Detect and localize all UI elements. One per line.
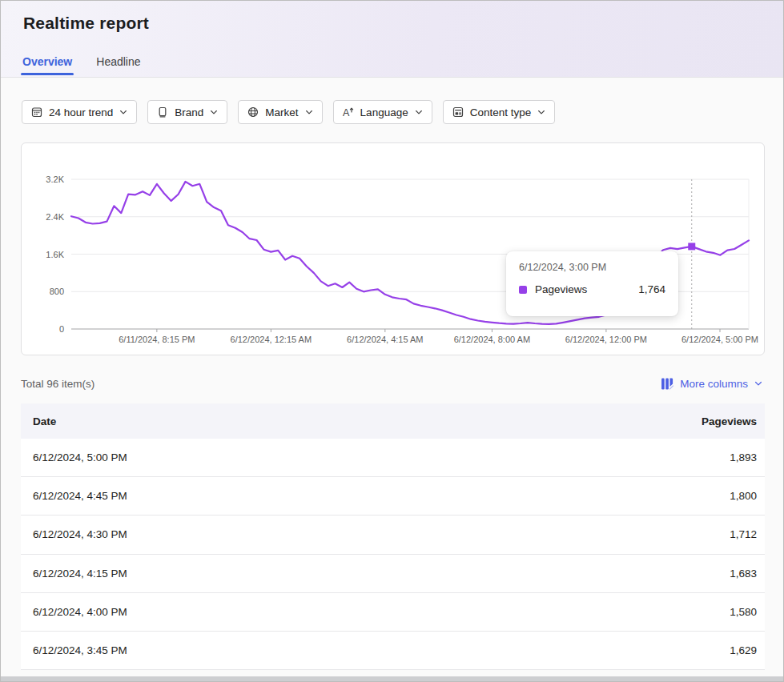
more-columns-button[interactable]: More columns: [661, 377, 763, 391]
tab-overview[interactable]: Overview: [21, 50, 74, 77]
svg-text:6/11/2024, 8:15 PM: 6/11/2024, 8:15 PM: [119, 335, 195, 344]
more-columns-label: More columns: [680, 378, 748, 390]
filter-label: Market: [265, 106, 298, 118]
chart-tooltip: 6/12/2024, 3:00 PM Pageviews 1,764: [506, 251, 678, 316]
tooltip-series-label: Pageviews: [535, 283, 587, 295]
cell-date: 6/12/2024, 3:45 PM: [21, 644, 127, 656]
filter-24-hour-trend[interactable]: 24 hour trend: [22, 100, 137, 124]
tooltip-value: 1,764: [638, 283, 665, 295]
svg-text:A: A: [343, 107, 350, 118]
active-tab-underline: [21, 73, 74, 75]
columns-edit-icon: [661, 377, 674, 391]
chevron-down-icon: [209, 107, 219, 117]
column-header-date: Date: [21, 415, 56, 427]
cell-pageviews: 1,712: [730, 528, 765, 540]
data-table: Date Pageviews 6/12/2024, 5:00 PM 1,893 …: [21, 403, 765, 670]
cell-pageviews: 1,580: [730, 606, 765, 618]
cell-date: 6/12/2024, 4:45 PM: [21, 490, 127, 502]
svg-text:0: 0: [59, 324, 64, 334]
table-row: 6/12/2024, 4:30 PM 1,712: [21, 516, 765, 554]
content-type-icon: [452, 106, 464, 118]
filter-bar: 24 hour trend Brand Market: [22, 100, 783, 124]
total-count: Total 96 item(s): [21, 378, 94, 390]
table-row: 6/12/2024, 4:45 PM 1,800: [21, 477, 765, 516]
chevron-down-icon: [754, 379, 763, 388]
cell-pageviews: 1,629: [730, 644, 765, 656]
tooltip-timestamp: 6/12/2024, 3:00 PM: [519, 262, 665, 273]
table-row: 6/12/2024, 4:15 PM 1,683: [21, 555, 765, 593]
chevron-down-icon: [119, 107, 128, 117]
tab-bar: Overview Headline: [21, 50, 143, 77]
chevron-down-icon: [414, 107, 424, 117]
table-header-row: Date Pageviews: [21, 403, 765, 439]
pageviews-trend-chart[interactable]: 08001.6K2.4K3.2K6/11/2024, 8:15 PM6/12/2…: [22, 143, 764, 355]
svg-text:2.4K: 2.4K: [46, 212, 64, 222]
table-row: 6/12/2024, 5:00 PM 1,893: [21, 439, 765, 477]
trend-chart-svg: 08001.6K2.4K3.2K6/11/2024, 8:15 PM6/12/2…: [22, 143, 764, 353]
table-meta-bar: Total 96 item(s) More columns: [21, 375, 763, 392]
chevron-down-icon: [304, 107, 314, 117]
app-window: Realtime report Overview Headline 24 hou…: [0, 0, 784, 682]
svg-text:800: 800: [50, 287, 64, 296]
cell-date: 6/12/2024, 4:15 PM: [21, 568, 127, 580]
filter-label: Content type: [470, 106, 532, 118]
translate-icon: A: [342, 106, 355, 118]
filter-label: Brand: [175, 106, 203, 118]
column-header-pageviews: Pageviews: [702, 415, 765, 427]
filter-market[interactable]: Market: [238, 100, 322, 124]
svg-text:6/12/2024, 12:00 PM: 6/12/2024, 12:00 PM: [565, 335, 647, 344]
filter-label: Language: [360, 106, 408, 118]
svg-text:6/12/2024, 12:15 AM: 6/12/2024, 12:15 AM: [231, 335, 312, 344]
tab-headline-label: Headline: [96, 55, 140, 68]
tab-headline[interactable]: Headline: [94, 50, 142, 77]
filter-content-type[interactable]: Content type: [443, 100, 556, 124]
filter-language[interactable]: A Language: [333, 100, 432, 124]
table-row: 6/12/2024, 3:45 PM 1,629: [21, 632, 765, 670]
cell-date: 6/12/2024, 4:00 PM: [21, 606, 127, 618]
device-icon: [156, 106, 169, 118]
tab-overview-label: Overview: [22, 55, 72, 68]
svg-text:1.6K: 1.6K: [46, 250, 64, 259]
filter-label: 24 hour trend: [49, 106, 113, 118]
table-row: 6/12/2024, 4:00 PM 1,580: [21, 593, 765, 632]
chevron-down-icon: [537, 107, 546, 117]
cell-date: 6/12/2024, 4:30 PM: [21, 528, 127, 540]
cell-pageviews: 1,800: [730, 490, 765, 502]
svg-text:3.2K: 3.2K: [46, 175, 64, 184]
page-header: Realtime report Overview Headline: [1, 1, 783, 78]
window-bottom-edge: [1, 676, 783, 681]
cell-date: 6/12/2024, 5:00 PM: [21, 451, 127, 463]
calendar-icon: [30, 106, 43, 118]
series-swatch: [519, 286, 527, 294]
filter-brand[interactable]: Brand: [147, 100, 227, 124]
cell-pageviews: 1,893: [730, 451, 765, 463]
svg-text:6/12/2024, 8:00 AM: 6/12/2024, 8:00 AM: [454, 335, 530, 344]
svg-text:6/12/2024, 5:00 PM: 6/12/2024, 5:00 PM: [681, 335, 758, 344]
cell-pageviews: 1,683: [730, 568, 765, 580]
chart-card: 08001.6K2.4K3.2K6/11/2024, 8:15 PM6/12/2…: [21, 142, 765, 355]
svg-text:6/12/2024, 4:15 AM: 6/12/2024, 4:15 AM: [347, 335, 423, 344]
page-title: Realtime report: [23, 14, 783, 33]
globe-icon: [247, 106, 259, 118]
